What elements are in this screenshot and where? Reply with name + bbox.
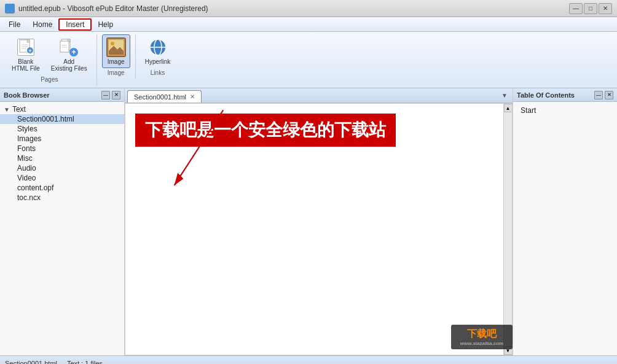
svg-text:+: + [28,48,31,54]
pages-group-label: Pages [41,76,58,83]
tree-item-audio[interactable]: Audio [0,163,124,173]
tree-item-video[interactable]: Video [0,173,124,183]
toc-content: Start [513,102,617,355]
menu-home[interactable]: Home [26,18,58,31]
tree-item-text-root[interactable]: ▼ Text [0,104,124,114]
tree-item-images[interactable]: Images [0,134,124,144]
menu-help[interactable]: Help [92,18,119,31]
scroll-up-btn[interactable]: ▲ [504,104,513,112]
tab-bar: Section0001.html ✕ ▼ [125,88,513,103]
hyperlink-label: Hyperlink [145,58,171,65]
ribbon-group-image: Image Image [100,34,136,79]
status-info: Text : 1 files . [67,360,106,365]
menu-insert[interactable]: Insert [58,18,92,31]
tree-label-fonts: Fonts [17,144,36,153]
blank-label: BlankHTML File [12,58,40,72]
svg-point-14 [111,42,114,45]
menu-bar: File Home Insert Help [0,17,617,32]
tree-label-text: Text [12,105,26,114]
add-existing-button[interactable]: + AddExisting Files [47,34,92,75]
tree-label-images: Images [17,134,41,143]
tree-label-audio: Audio [17,164,36,172]
toc-label-start: Start [521,106,536,115]
tree-label-styles: Styles [17,125,37,133]
svg-text:+: + [72,48,76,56]
editor-area: Section0001.html ✕ ▼ 下载吧是一个安全绿色的下载站 ▲ [125,88,513,355]
book-browser-header: Book Browser — ✕ [0,88,124,102]
title-bar-controls: — □ ✕ [569,3,612,14]
chevron-down-icon: ▼ [4,106,10,113]
tree-item-content-opf[interactable]: content.opf [0,183,124,193]
tree-item-section0001[interactable]: Section0001.html [0,114,124,124]
hyperlink-icon [148,37,168,57]
editor-content[interactable]: 下载吧是一个安全绿色的下载站 ▲ ▼ [125,103,513,355]
image-icon [106,37,126,57]
ribbon-group-links: Hyperlink Links [138,34,180,79]
links-buttons: Hyperlink [141,34,175,68]
toc-minimize-btn[interactable]: — [594,91,603,99]
tree-item-styles[interactable]: Styles [0,124,124,134]
links-group-label: Links [151,69,165,76]
editor-inner: 下载吧是一个安全绿色的下载站 [125,104,503,355]
add-label: AddExisting Files [51,58,87,72]
title-bar: untitled.epub - Vibosoft ePub Editor Mas… [0,0,617,17]
tree-label-section0001: Section0001.html [17,115,74,123]
tab-section0001[interactable]: Section0001.html ✕ [127,90,202,103]
minimize-button[interactable]: — [569,3,583,14]
tree-label-toc-ncx: toc.ncx [17,193,41,202]
hyperlink-button[interactable]: Hyperlink [141,34,175,68]
tree-item-toc-ncx[interactable]: toc.ncx [0,193,124,203]
ribbon-group-pages: + BlankHTML File + [5,34,97,85]
image-button[interactable]: Image [102,34,130,68]
toc-header: Table Of Contents — ✕ [513,88,617,102]
tree-item-misc[interactable]: Misc [0,153,124,163]
editor-scrollbar[interactable]: ▲ ▼ [503,104,512,355]
panel-close-btn[interactable]: ✕ [112,91,120,99]
tree-item-fonts[interactable]: Fonts [0,144,124,153]
add-icon: + [59,37,79,57]
tab-label-section0001: Section0001.html [134,93,186,101]
app-icon [5,4,15,14]
ribbon: + BlankHTML File + [0,32,617,88]
tab-close-icon[interactable]: ✕ [190,93,195,100]
book-browser-panel: Book Browser — ✕ ▼ Text Section0001.html… [0,88,125,355]
title-bar-text: untitled.epub - Vibosoft ePub Editor Mas… [18,4,208,13]
tree-label-content-opf: content.opf [17,184,53,192]
image-label: Image [108,58,125,65]
tree-label-video: Video [17,174,36,182]
toc-controls: — ✕ [594,91,613,99]
panel-controls: — ✕ [101,91,120,99]
svg-rect-7 [60,41,69,52]
panel-minimize-btn[interactable]: — [101,91,110,99]
tree-view: ▼ Text Section0001.html Styles Images Fo… [0,102,124,355]
status-file: Section0001.html [5,360,57,365]
book-browser-title: Book Browser [4,91,50,99]
tree-label-misc: Misc [17,154,33,163]
menu-file[interactable]: File [2,18,26,31]
main-content: Book Browser — ✕ ▼ Text Section0001.html… [0,88,617,355]
editor-text-content: 下载吧是一个安全绿色的下载站 [135,114,396,147]
image-group-label: Image [108,69,125,76]
status-bar: Section0001.html Text : 1 files . [0,355,617,364]
toc-panel: Table Of Contents — ✕ Start [513,88,617,355]
tab-dropdown-arrow[interactable]: ▼ [499,91,510,100]
close-button[interactable]: ✕ [599,3,612,14]
image-buttons: Image [102,34,130,68]
blank-html-button[interactable]: + BlankHTML File [7,34,44,75]
scroll-down-btn[interactable]: ▼ [504,346,513,355]
maximize-button[interactable]: □ [584,3,597,14]
toc-title: Table Of Contents [517,91,575,99]
toc-item-start[interactable]: Start [518,106,612,115]
toc-close-btn[interactable]: ✕ [605,91,613,99]
title-bar-left: untitled.epub - Vibosoft ePub Editor Mas… [5,4,208,14]
blank-icon: + [16,37,36,57]
pages-buttons: + BlankHTML File + [7,34,92,75]
